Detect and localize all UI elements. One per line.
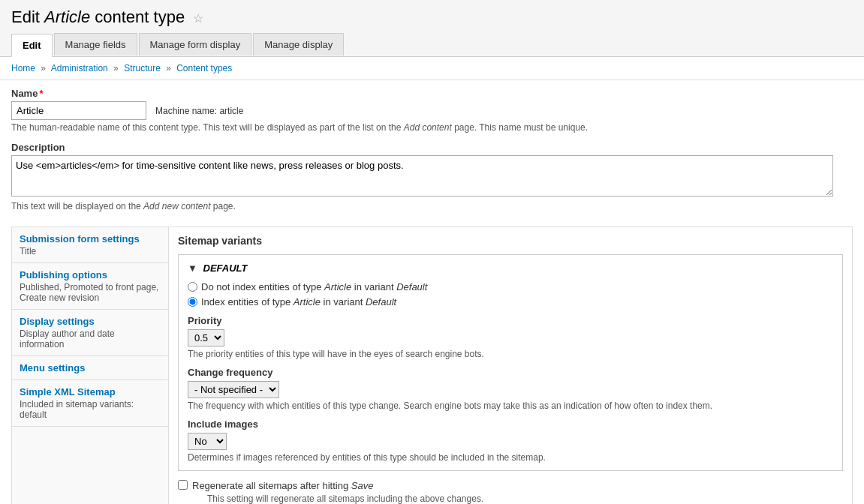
description-label: Description [11, 142, 853, 153]
name-row: Machine name: article [11, 101, 853, 120]
name-label: Name* [11, 88, 853, 99]
main-panel: Sitemap variants ▼ DEFAULT Do not index … [169, 226, 853, 504]
name-field-group: Name* Machine name: article The human-re… [11, 88, 853, 133]
include-images-label: Include images [188, 418, 833, 430]
tab-edit[interactable]: Edit [11, 33, 54, 56]
name-input[interactable] [11, 101, 146, 120]
name-help-text: The human-readable name of this content … [11, 122, 853, 133]
breadcrumb-home[interactable]: Home [11, 63, 35, 74]
sidebar-item-simple-xml-sitemap[interactable]: Simple XML Sitemap Included in sitemap v… [12, 380, 168, 427]
radio-index[interactable] [188, 297, 197, 307]
machine-name-display: Machine name: article [155, 106, 243, 116]
breadcrumb: Home » Administration » Structure » Cont… [0, 57, 864, 80]
tab-manage-fields[interactable]: Manage fields [54, 33, 139, 56]
regenerate-row: Regenerate all sitemaps after hitting Sa… [178, 480, 843, 504]
sidebar-item-menu-settings[interactable]: Menu settings [12, 356, 168, 380]
radio-do-not-index-row: Do not index entities of type Article in… [188, 281, 833, 292]
priority-help: The priority entities of this type will … [188, 349, 833, 359]
include-images-select[interactable]: No Yes [188, 433, 227, 450]
sitemap-default-box: ▼ DEFAULT Do not index entities of type … [178, 254, 843, 471]
breadcrumb-content-types[interactable]: Content types [176, 63, 232, 74]
radio-do-not-index-label: Do not index entities of type Article in… [201, 281, 427, 292]
sidebar-desc-sitemap: Included in sitemap variants: default [20, 399, 161, 420]
breadcrumb-administration[interactable]: Administration [51, 63, 108, 74]
bottom-layout: Submission form settings Title Publishin… [11, 226, 853, 504]
sitemap-title: Sitemap variants [178, 235, 843, 247]
change-freq-label: Change frequency [188, 367, 833, 378]
sidebar: Submission form settings Title Publishin… [11, 226, 169, 504]
breadcrumb-structure[interactable]: Structure [124, 63, 161, 74]
sidebar-item-publishing-options[interactable]: Publishing options Published, Promoted t… [12, 263, 168, 310]
sidebar-desc-submission: Title [20, 246, 161, 256]
sitemap-default-header: ▼ DEFAULT [188, 262, 833, 274]
regenerate-checkbox[interactable] [178, 480, 188, 490]
sidebar-item-submission-form[interactable]: Submission form settings Title [12, 227, 168, 263]
regenerate-text-block: Regenerate all sitemaps after hitting Sa… [192, 480, 483, 504]
change-freq-select[interactable]: - Not specified - always hourly daily we… [188, 381, 279, 398]
sidebar-bottom [12, 427, 168, 487]
tab-manage-display[interactable]: Manage display [253, 33, 345, 56]
tab-bar: Edit Manage fields Manage form display M… [11, 33, 853, 56]
description-textarea[interactable]: Use <em>articles</em> for time-sensitive… [11, 155, 833, 196]
radio-index-label: Index entities of type Article in varian… [201, 296, 396, 308]
include-images-help: Determines if images referenced by entit… [188, 452, 833, 463]
favorite-star-icon[interactable]: ☆ [193, 12, 203, 25]
regenerate-desc1: This setting will regenerate all sitemap… [207, 494, 483, 504]
collapse-arrow-icon[interactable]: ▼ [188, 262, 197, 274]
radio-index-row: Index entities of type Article in varian… [188, 296, 833, 308]
main-content: Name* Machine name: article The human-re… [0, 80, 864, 504]
priority-label: Priority [188, 315, 833, 326]
page-header: Edit Article content type ☆ Edit Manage … [0, 0, 864, 57]
radio-do-not-index[interactable] [188, 282, 197, 292]
sidebar-desc-publishing: Published, Promoted to front page, Creat… [20, 282, 161, 303]
priority-select[interactable]: 0.5 0.0 0.1 0.2 0.3 0.4 0.6 0.7 0.8 0.9 … [188, 329, 224, 346]
description-help-text: This text will be displayed on the Add n… [11, 201, 853, 212]
sidebar-item-display-settings[interactable]: Display settings Display author and date… [12, 310, 168, 356]
description-field-group: Description Use <em>articles</em> for ti… [11, 142, 853, 212]
change-freq-help: The frequency with which entities of thi… [188, 400, 833, 411]
sidebar-desc-display: Display author and date information [20, 328, 161, 350]
page-title: Edit Article content type ☆ [11, 8, 853, 27]
tab-manage-form-display[interactable]: Manage form display [139, 33, 254, 56]
